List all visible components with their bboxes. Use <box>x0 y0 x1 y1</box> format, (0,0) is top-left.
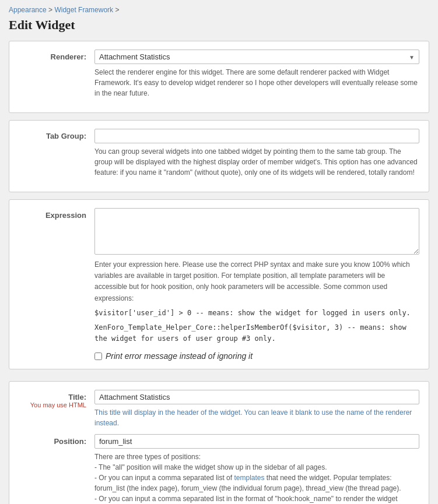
expression-label: Expression <box>19 208 94 220</box>
expression-textarea[interactable] <box>94 208 419 255</box>
renderer-help: Select the renderer engine for this widg… <box>94 67 419 98</box>
renderer-content: Attachment Statistics Select the rendere… <box>94 50 419 98</box>
tab-group-input[interactable] <box>94 129 419 143</box>
expression-code1: $visitor['user_id'] > 0 -- means: show t… <box>94 308 419 319</box>
title-label: Title: You may use HTML <box>19 390 94 408</box>
position-label: Position: <box>19 434 94 446</box>
title-input[interactable]: Attachment Statistics <box>94 390 419 404</box>
breadcrumb-appearance[interactable]: Appearance <box>9 6 47 14</box>
print-error-checkbox[interactable] <box>94 353 102 360</box>
print-error-row: Print error message instead of ignoring … <box>94 351 419 361</box>
print-error-label: Print error message instead of ignoring … <box>106 351 253 361</box>
tab-group-help: You can group several widgets into one t… <box>94 146 419 178</box>
title-label-sub: You may use HTML <box>19 401 86 408</box>
renderer-select[interactable]: Attachment Statistics <box>94 50 419 64</box>
renderer-label: Renderer: <box>19 50 94 61</box>
breadcrumb: Appearance > Widget Framework > <box>9 6 429 14</box>
expression-help: Enter your expression here. Please use t… <box>94 259 419 344</box>
title-content: Attachment Statistics This title will di… <box>94 390 419 428</box>
renderer-select-wrapper: Attachment Statistics <box>94 50 419 64</box>
position-input[interactable]: forum_list <box>94 434 419 449</box>
expression-section: Expression Enter your expression here. P… <box>9 199 429 369</box>
title-help: This title will display in the header of… <box>94 407 419 428</box>
position-help: There are three types of positions: - Th… <box>94 452 419 504</box>
renderer-row: Renderer: Attachment Statistics Select t… <box>19 50 419 98</box>
tab-group-content: You can group several widgets into one t… <box>94 129 419 178</box>
expression-content: Enter your expression here. Please use t… <box>94 208 419 346</box>
title-section: Title: You may use HTML Attachment Stati… <box>9 381 429 504</box>
expression-code2: XenForo_Template_Helper_Core::helperIsMe… <box>94 322 419 344</box>
renderer-section: Renderer: Attachment Statistics Select t… <box>9 41 429 113</box>
tab-group-label: Tab Group: <box>19 129 94 140</box>
page-title: Edit Widget <box>9 17 429 33</box>
position-content: forum_list There are three types of posi… <box>94 434 419 504</box>
position-row: Position: forum_list There are three typ… <box>19 434 419 504</box>
tab-group-section: Tab Group: You can group several widgets… <box>9 120 429 192</box>
breadcrumb-widget-framework[interactable]: Widget Framework <box>54 6 113 14</box>
expression-row: Expression Enter your expression here. P… <box>19 208 419 346</box>
title-row: Title: You may use HTML Attachment Stati… <box>19 390 419 428</box>
tab-group-row: Tab Group: You can group several widgets… <box>19 129 419 178</box>
